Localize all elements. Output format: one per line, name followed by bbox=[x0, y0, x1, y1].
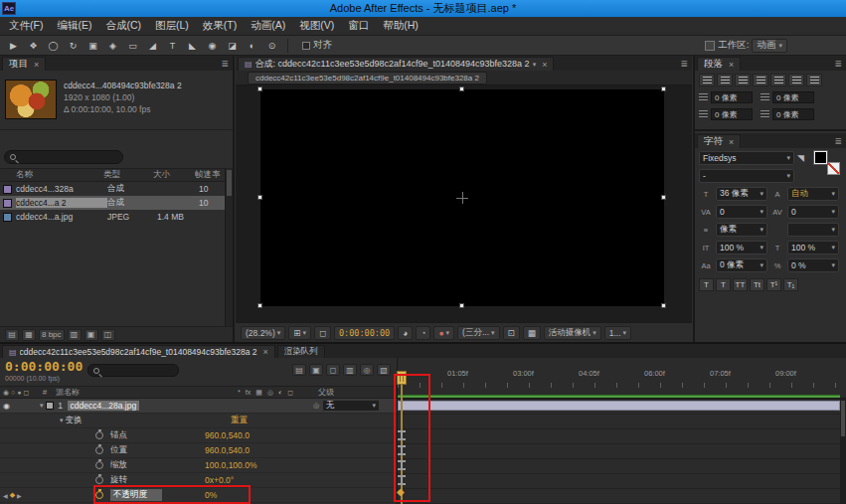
stopwatch-icon[interactable] bbox=[95, 446, 103, 454]
space-after-field[interactable]: 0 像素 bbox=[761, 108, 814, 120]
transform-group-row[interactable]: ▾ 变换 重置 bbox=[0, 414, 397, 428]
next-keyframe-icon[interactable]: ▶ bbox=[17, 492, 22, 499]
group-expander[interactable]: ▾ bbox=[60, 417, 64, 424]
justify-all-button[interactable] bbox=[806, 74, 822, 86]
parent-dropdown[interactable]: 无 ▾ bbox=[322, 400, 380, 412]
faux-style-button[interactable]: Tt bbox=[750, 278, 764, 291]
font-style-dropdown[interactable]: - ▾ bbox=[699, 169, 794, 183]
current-time-indicator[interactable] bbox=[397, 371, 407, 385]
space-before-field[interactable]: 0 像素 bbox=[699, 108, 753, 120]
stroke-width-dropdown[interactable]: 像素▾ bbox=[716, 223, 767, 237]
panel-menu-icon[interactable]: ≣ bbox=[221, 59, 229, 69]
selection-handle[interactable] bbox=[661, 303, 666, 308]
stopwatch-icon[interactable] bbox=[95, 491, 103, 499]
draft-3d-button[interactable]: ▣ bbox=[309, 364, 323, 376]
align-center-button[interactable] bbox=[717, 74, 733, 86]
transform-property-row[interactable]: ◀ ◆ ▶ 不透明度 0% bbox=[0, 488, 397, 503]
tab-character[interactable]: 字符 × bbox=[697, 134, 741, 148]
property-value[interactable]: 960.0,540.0 bbox=[205, 445, 250, 455]
tsume-dropdown[interactable]: 0 %▾ bbox=[787, 258, 839, 272]
transform-property-row[interactable]: ◀ ◆ ▶ 旋转 0x+0.0° bbox=[0, 473, 397, 488]
new-folder-button[interactable]: ▥ bbox=[68, 329, 82, 341]
layer-duration-bar[interactable] bbox=[398, 401, 840, 411]
indent-left-field[interactable]: 0 像素 bbox=[699, 91, 753, 103]
motion-blur-button[interactable]: ◎ bbox=[360, 364, 374, 376]
menu-item[interactable]: 图层(L) bbox=[148, 19, 196, 33]
align-right-button[interactable] bbox=[735, 74, 751, 86]
menu-item[interactable]: 编辑(E) bbox=[50, 19, 98, 33]
horizontal-scale-dropdown[interactable]: 100 %▾ bbox=[787, 241, 839, 254]
delete-button[interactable]: ◫ bbox=[101, 329, 115, 341]
cube-3d-icon[interactable]: ◻ bbox=[287, 389, 293, 397]
tracking-dropdown[interactable]: 0▾ bbox=[787, 205, 839, 219]
font-family-dropdown[interactable]: Fixedsys ▾ bbox=[699, 151, 794, 165]
composition-frame[interactable] bbox=[260, 89, 664, 306]
active-camera-dropdown[interactable]: 活动摄像机 ▾ bbox=[544, 326, 601, 340]
stroke-style-dropdown[interactable]: ▾ bbox=[787, 223, 839, 237]
graph-editor-button[interactable]: ▧ bbox=[377, 364, 391, 376]
frame-blend-icon[interactable]: ▦ bbox=[255, 389, 262, 397]
title-bar[interactable]: Ae Adobe After Effects - 无标题项目.aep * bbox=[0, 0, 846, 17]
faux-style-button[interactable]: T bbox=[699, 278, 714, 291]
kerning-dropdown[interactable]: 0▾ bbox=[716, 205, 767, 219]
menu-item[interactable]: 文件(F) bbox=[2, 19, 50, 33]
comp-navigator-button[interactable]: cddecc42c11c3ee53e5d98c2af14cf9e_t014084… bbox=[248, 72, 487, 84]
opacity-keyframe-icon[interactable]: ◆ bbox=[397, 486, 405, 497]
timeline-scrollbar[interactable] bbox=[840, 399, 846, 504]
tab-composition[interactable]: ▤ 合成: cddecc42c11c3ee53e5d98c2af14cf9e_t… bbox=[238, 57, 554, 71]
indent-right-field[interactable]: 0 像素 bbox=[761, 91, 814, 103]
new-composition-button[interactable]: ▣ bbox=[85, 329, 98, 341]
column-frame-rate[interactable]: 帧速率 bbox=[195, 169, 225, 181]
fx-icon[interactable]: fx bbox=[246, 389, 251, 397]
tab-project[interactable]: 项目 × bbox=[2, 57, 46, 71]
show-snapshot-button[interactable]: ◔ ▾ bbox=[416, 326, 430, 340]
column-type[interactable]: 类型 bbox=[103, 169, 153, 181]
snapshot-button[interactable]: ◕ ▾ bbox=[398, 326, 413, 340]
brush-tool[interactable]: ◣ bbox=[183, 38, 202, 54]
project-item-row[interactable]: cddecc4...328a 合成 10 bbox=[0, 182, 225, 196]
snap-toggle[interactable]: 对齐 bbox=[302, 39, 332, 52]
pan-behind-tool[interactable]: ◈ bbox=[103, 38, 122, 54]
prev-keyframe-icon[interactable]: ◀ bbox=[3, 492, 8, 499]
close-icon[interactable]: × bbox=[34, 60, 39, 70]
tab-paragraph[interactable]: 段落 × bbox=[697, 57, 741, 71]
quality-icon[interactable]: * bbox=[238, 389, 241, 397]
layer-color-swatch[interactable] bbox=[46, 402, 54, 410]
fill-stroke-swatches[interactable] bbox=[814, 151, 840, 175]
selection-handle[interactable] bbox=[661, 195, 666, 200]
color-depth-button[interactable]: 8 bpc bbox=[39, 329, 65, 341]
keyframe-navigator[interactable]: ◀ ◆ ▶ bbox=[3, 488, 22, 502]
faux-style-button[interactable]: T¹ bbox=[766, 278, 781, 291]
timeline-tab[interactable]: ▤ 渲染队列 × bbox=[277, 345, 325, 358]
magnification-dropdown[interactable]: (28.2%) ▾ bbox=[241, 326, 285, 340]
reset-link[interactable]: 重置 bbox=[231, 415, 248, 426]
solo-icon[interactable]: ● bbox=[17, 389, 21, 397]
faux-style-button[interactable]: T bbox=[716, 278, 731, 291]
project-search-input[interactable] bbox=[4, 150, 123, 164]
view-layout-dropdown[interactable]: 1... ▾ bbox=[604, 326, 631, 340]
timeline-track-pane[interactable]: 01:05f03:00f04:05f06:00f07:05f09:00f ◆ bbox=[398, 358, 846, 504]
snap-checkbox[interactable] bbox=[302, 42, 310, 50]
unified-camera-tool[interactable]: ▣ bbox=[84, 38, 102, 54]
timeline-tab[interactable]: ▤ cddecc42c11c3ee53e5d98c2af14cf9e_t0140… bbox=[2, 345, 275, 358]
adjustment-layer-icon[interactable]: ◐ bbox=[278, 389, 282, 397]
stroke-color-swatch[interactable] bbox=[827, 162, 840, 175]
layer-name[interactable]: cddecc4...28a.jpg bbox=[68, 401, 140, 411]
grid-guides-button[interactable]: ⊞ ▾ bbox=[288, 326, 311, 340]
current-time-display[interactable]: 0:00:00:00 bbox=[5, 359, 83, 374]
selection-handle[interactable] bbox=[459, 86, 464, 91]
timeline-search-input[interactable] bbox=[87, 364, 179, 377]
parent-pickwhip-icon[interactable]: ◎ bbox=[313, 402, 319, 410]
audio-icon[interactable]: ○ bbox=[11, 389, 15, 397]
property-value[interactable]: 0x+0.0° bbox=[205, 475, 234, 485]
type-tool[interactable]: T bbox=[163, 38, 182, 54]
baseline-shift-dropdown[interactable]: 0 像素▾ bbox=[716, 258, 767, 272]
workspace-selector[interactable]: 工作区: 动画 ▾ bbox=[705, 39, 787, 53]
hide-shy-button[interactable]: ◻ bbox=[326, 364, 340, 376]
property-value[interactable]: 960.0,540.0 bbox=[205, 430, 250, 440]
work-area-bar[interactable] bbox=[398, 395, 840, 398]
vertical-scale-dropdown[interactable]: 100 %▾ bbox=[716, 241, 767, 254]
close-icon[interactable]: × bbox=[263, 347, 268, 357]
eyedropper-icon[interactable]: ◥ bbox=[797, 153, 804, 163]
column-size[interactable]: 大小 bbox=[153, 169, 195, 181]
